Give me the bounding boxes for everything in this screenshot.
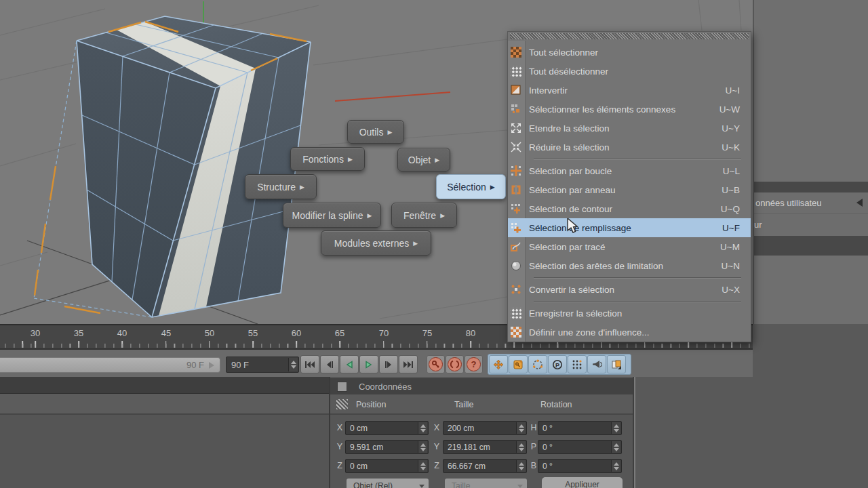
pie-menu-fenetre[interactable]: Fenêtre ▶ (391, 203, 457, 228)
field-spinner[interactable] (516, 422, 526, 434)
menu-item-enregistrer-la-selection[interactable]: Enregistrer la sélection (508, 304, 751, 323)
pie-menu-objet[interactable]: Objet ▶ (397, 148, 450, 171)
menu-item-selection-aretes-limitation[interactable]: Sélection des arêtes de limitation U~N (508, 256, 751, 275)
menu-item-selection-de-remplissage[interactable]: Sélection de remplissage U~F (508, 218, 751, 237)
current-frame-field[interactable]: 90 F (226, 357, 299, 373)
position-x-field[interactable]: 0 cm (345, 421, 429, 435)
record-help-button[interactable]: ? (465, 355, 483, 373)
menu-item-reduire-la-selection[interactable]: Réduire la sélection U~K (508, 138, 751, 157)
menu-item-selection-par-anneau[interactable]: Sélection par anneau U~B (508, 180, 751, 199)
pie-menu-modules-externes[interactable]: Modules externes ▶ (321, 230, 431, 256)
field-spinner[interactable] (516, 441, 526, 453)
record-rotation-button[interactable] (528, 355, 547, 373)
key-record-icon (429, 357, 443, 371)
rotation-p-field[interactable]: 0 ° (538, 440, 622, 454)
shrink-selection-icon (511, 142, 521, 152)
rotation-h-field[interactable]: 0 ° (538, 421, 622, 435)
field-spinner[interactable] (611, 422, 620, 434)
lock-hatch-icon[interactable] (336, 399, 348, 409)
record-pla-button[interactable] (568, 355, 587, 373)
fill-selection-icon (511, 222, 521, 233)
play-backward-button[interactable] (340, 355, 359, 373)
field-spinner[interactable] (516, 460, 526, 472)
pie-menu-selection[interactable]: Sélection ▶ (436, 174, 506, 199)
go-to-start-button[interactable] (300, 355, 319, 373)
pie-menu-label: Objet (408, 155, 431, 165)
grow-selection-icon (511, 123, 521, 134)
record-parameter-button[interactable]: P (548, 355, 567, 373)
occluded-menu-item-user-data[interactable]: onnées utilisateu (754, 192, 868, 213)
menu-item-shortcut: U~X (722, 285, 740, 295)
autokey-cycle-button[interactable] (446, 355, 464, 373)
field-spinner[interactable] (418, 422, 427, 434)
coordinates-panel: Coordonnées Position Taille Rotation X 0… (330, 377, 634, 488)
menu-item-tout-selectionner[interactable]: Tout sélectionner (508, 43, 751, 62)
panel-checkbox[interactable] (337, 382, 347, 392)
menu-item-selectionner-elements-connexes[interactable]: Sélectionner les éléments connexes U~W (508, 100, 751, 119)
play-forward-button[interactable] (359, 355, 378, 373)
menu-item-selection-par-boucle[interactable]: Sélection par boucle U~L (508, 161, 751, 180)
ruler-number: 55 (248, 328, 258, 338)
falloff-zone-icon (511, 327, 521, 338)
pie-menu-modifier-la-spline[interactable]: Modifier la spline ▶ (283, 203, 381, 228)
menu-item-selection-de-contour[interactable]: Sélection de contour U~Q (508, 199, 751, 218)
next-frame-button[interactable] (379, 355, 398, 373)
size-x-field[interactable]: 200 cm (443, 421, 527, 435)
ruler-number: 50 (205, 328, 214, 338)
frame-field-spinner[interactable] (288, 358, 298, 371)
play-backward-icon (344, 361, 354, 369)
apply-button[interactable]: Appliquer (542, 477, 623, 488)
ring-selection-icon (511, 184, 521, 195)
menu-item-shortcut: U~W (719, 104, 740, 115)
field-spinner[interactable] (611, 441, 620, 453)
dropdown-value: Objet (Rel) (353, 481, 393, 488)
menu-item-tout-deselectionner[interactable]: Tout désélectionner (508, 62, 751, 81)
move-cross-icon (493, 359, 504, 370)
size-z-field[interactable]: 66.667 cm (443, 459, 527, 473)
field-spinner[interactable] (418, 460, 427, 472)
convert-selection-icon (511, 284, 521, 295)
menu-drag-grip[interactable] (510, 33, 749, 39)
field-value: 0 cm (350, 424, 368, 433)
slider-play-arrow-icon[interactable] (209, 362, 214, 369)
menu-item-intervertir[interactable]: Intervertir U~I (508, 81, 751, 100)
menu-item-etendre-la-selection[interactable]: Etendre la sélection U~Y (508, 119, 751, 138)
menu-item-label: Tout sélectionner (529, 47, 598, 58)
previous-frame-button[interactable] (320, 355, 339, 373)
record-scale-button[interactable] (509, 355, 528, 373)
timeline-power-slider[interactable]: 90 F (0, 357, 220, 373)
axis-label: Z (336, 461, 344, 470)
ruler-number: 65 (335, 328, 344, 338)
menu-item-convertir-la-selection[interactable]: Convertir la sélection U~X (508, 280, 751, 299)
record-position-button[interactable] (489, 355, 508, 373)
sound-button[interactable] (587, 355, 606, 373)
pie-menu-structure[interactable]: Structure ▶ (245, 174, 317, 199)
apply-button-label: Appliquer (565, 480, 599, 488)
menu-item-selection-par-trace[interactable]: Sélection par tracé U~M (508, 237, 751, 256)
position-z-field[interactable]: 0 cm (345, 459, 429, 473)
menu-item-label: Sélection par boucle (529, 166, 612, 176)
record-keyframe-button[interactable] (427, 355, 445, 373)
field-value: 0 ° (542, 462, 553, 471)
pie-menu-label: Outils (359, 127, 384, 138)
field-spinner[interactable] (418, 441, 427, 453)
rotation-b-field[interactable]: 0 ° (538, 459, 622, 473)
pie-menu-fonctions[interactable]: Fonctions ▶ (290, 147, 365, 171)
pie-menu-label: Modifier la spline (292, 210, 363, 221)
field-spinner[interactable] (611, 460, 620, 472)
size-mode-dropdown[interactable]: Taille (445, 479, 527, 488)
question-icon: ? (467, 357, 481, 371)
go-to-end-button[interactable] (399, 355, 418, 373)
column-header-position: Position (356, 394, 386, 415)
snapshot-compare-button[interactable] (607, 355, 626, 373)
coordinate-mode-dropdown[interactable]: Objet (Rel) (347, 479, 429, 488)
axis-label: Y (433, 442, 441, 451)
size-y-field[interactable]: 219.181 cm (443, 440, 527, 454)
ruler-number: 30 (31, 328, 40, 338)
path-selection-icon (511, 241, 521, 252)
menu-item-definir-zone-influence[interactable]: Définir une zone d'influence... (508, 323, 751, 342)
position-y-field[interactable]: 9.591 cm (345, 440, 429, 454)
document-pair-icon (611, 359, 622, 370)
occluded-menu-item[interactable]: ur (754, 213, 868, 236)
pie-menu-outils[interactable]: Outils ▶ (347, 120, 404, 144)
